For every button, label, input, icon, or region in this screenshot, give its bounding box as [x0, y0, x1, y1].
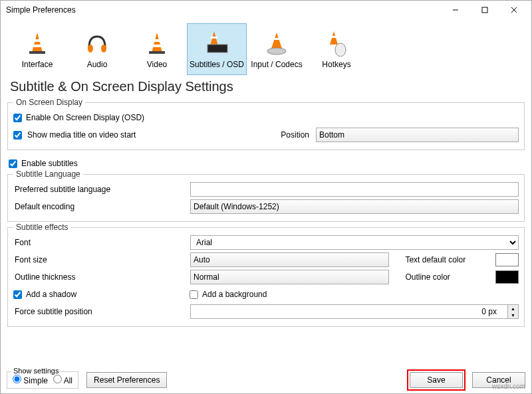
- show-media-title-label: Show media title on video start: [26, 130, 265, 140]
- category-tabs: Interface Audio Video Subtitles / OSD In…: [1, 19, 531, 75]
- svg-rect-21: [331, 36, 337, 38]
- svg-marker-10: [152, 33, 162, 52]
- svg-rect-13: [149, 51, 165, 54]
- add-shadow-checkbox[interactable]: [13, 290, 22, 299]
- force-pos-label: Force subtitle position: [13, 307, 186, 316]
- force-pos-input[interactable]: [190, 304, 508, 319]
- cone-mouse-icon: [323, 29, 350, 57]
- position-label: Position: [269, 130, 309, 140]
- show-settings-group: Show settings Simple All: [7, 371, 78, 389]
- font-size-label: Font size: [13, 255, 186, 264]
- svg-point-8: [88, 45, 93, 52]
- titlebar: Simple Preferences: [1, 1, 531, 19]
- subtitle-language-group: Subtitle Language Preferred subtitle lan…: [7, 174, 525, 222]
- show-settings-label: Show settings: [11, 367, 61, 375]
- outline-color-label: Outline color: [405, 272, 491, 282]
- window-controls: [441, 1, 529, 19]
- close-button[interactable]: [499, 1, 529, 19]
- svg-marker-17: [271, 33, 282, 49]
- maximize-button[interactable]: [470, 1, 499, 19]
- svg-rect-7: [29, 51, 45, 54]
- cone-icon: [23, 29, 51, 57]
- outline-thickness-select[interactable]: Normal: [190, 270, 389, 284]
- all-radio[interactable]: [53, 375, 62, 383]
- text-color-button[interactable]: [495, 253, 519, 266]
- tab-subtitles-osd[interactable]: Subtitles / OSD: [187, 23, 247, 75]
- tab-audio[interactable]: Audio: [67, 23, 127, 75]
- tab-label: Input / Codecs: [251, 60, 302, 69]
- bottom-bar: Show settings Simple All Reset Preferenc…: [0, 366, 532, 394]
- enable-subtitles-label: Enable subtitles: [21, 159, 78, 168]
- tab-label: Interface: [22, 60, 53, 69]
- page-title: Subtitle & On Screen Display Settings: [1, 75, 531, 100]
- cone-disc-icon: [263, 29, 291, 57]
- all-radio-label[interactable]: All: [53, 375, 72, 385]
- default-encoding-select[interactable]: Default (Windows-1252): [190, 199, 519, 214]
- simple-radio[interactable]: [13, 375, 21, 383]
- reset-preferences-button[interactable]: Reset Preferences: [86, 372, 167, 388]
- font-size-select[interactable]: Auto: [190, 252, 389, 267]
- svg-rect-1: [482, 7, 487, 13]
- svg-rect-11: [153, 39, 161, 42]
- svg-marker-4: [32, 33, 43, 52]
- font-select[interactable]: Arial: [190, 235, 519, 250]
- show-media-title-checkbox[interactable]: [13, 131, 22, 140]
- enable-osd-label: Enable On Screen Display (OSD): [26, 113, 144, 122]
- tab-label: Audio: [87, 60, 108, 69]
- chevron-down-icon[interactable]: ▼: [508, 312, 518, 318]
- tab-interface[interactable]: Interface: [7, 23, 67, 75]
- svg-point-22: [335, 43, 346, 56]
- cone-board-icon: [203, 29, 231, 57]
- default-encoding-label: Default encoding: [13, 202, 186, 211]
- svg-rect-12: [152, 45, 162, 47]
- tab-label: Hotkeys: [322, 60, 350, 69]
- chevron-up-icon[interactable]: ▲: [508, 305, 518, 312]
- add-shadow-label: Add a shadow: [26, 290, 186, 299]
- tab-input-codecs[interactable]: Input / Codecs: [247, 23, 307, 75]
- fx-legend: Subtitle effects: [13, 223, 71, 232]
- outline-color-button[interactable]: [495, 270, 519, 284]
- force-pos-spinner[interactable]: ▲▼: [508, 304, 519, 319]
- watermark: wsxdn.com: [492, 383, 525, 390]
- tab-label: Subtitles / OSD: [190, 60, 244, 69]
- svg-rect-16: [207, 45, 227, 52]
- add-background-label: Add a background: [202, 290, 267, 299]
- svg-rect-18: [273, 38, 281, 40]
- window-title: Simple Preferences: [6, 5, 76, 15]
- simple-radio-label[interactable]: Simple: [13, 375, 48, 385]
- cone-icon: [143, 29, 171, 57]
- outline-thickness-label: Outline thickness: [13, 272, 186, 282]
- lang-legend: Subtitle Language: [13, 169, 83, 179]
- osd-legend: On Screen Display: [13, 98, 85, 107]
- tab-video[interactable]: Video: [127, 23, 187, 75]
- pref-lang-input[interactable]: [190, 182, 519, 197]
- save-highlight: Save: [407, 369, 466, 391]
- save-button[interactable]: Save: [410, 372, 463, 388]
- position-select[interactable]: Bottom: [316, 128, 519, 142]
- font-label: Font: [13, 238, 186, 247]
- headphones-icon: [83, 29, 111, 57]
- pref-lang-label: Preferred subtitle language: [13, 185, 186, 194]
- enable-subtitles-checkbox[interactable]: [9, 159, 17, 168]
- svg-rect-5: [33, 39, 41, 42]
- svg-rect-15: [211, 37, 217, 39]
- text-color-label: Text default color: [405, 255, 491, 264]
- minimize-button[interactable]: [441, 1, 470, 19]
- tab-hotkeys[interactable]: Hotkeys: [307, 23, 366, 75]
- svg-rect-6: [32, 45, 43, 47]
- add-background-checkbox[interactable]: [190, 290, 198, 299]
- osd-group: On Screen Display Enable On Screen Displ…: [7, 102, 525, 150]
- tab-label: Video: [147, 60, 167, 69]
- subtitle-effects-group: Subtitle effects Font Arial Font size Au…: [7, 227, 525, 327]
- svg-point-19: [267, 48, 286, 54]
- enable-osd-checkbox[interactable]: [13, 114, 22, 122]
- svg-point-9: [101, 45, 106, 52]
